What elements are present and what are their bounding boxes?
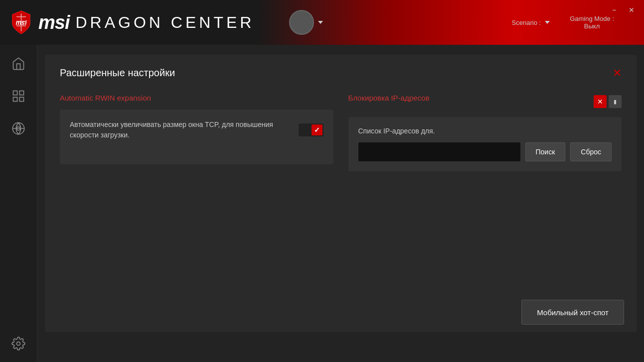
sidebar-item-home[interactable]: [10, 55, 27, 72]
scenario-label: Scenario :: [512, 19, 541, 26]
rwin-panel-title: Automatic RWIN expansion: [60, 94, 333, 102]
ip-list-row: Список IP-адресов для.: [358, 127, 612, 135]
sidebar-item-network[interactable]: [10, 120, 27, 137]
svg-rect-2: [19, 91, 23, 95]
ip-blocking-panel: Блокировка IP-адресов ✕ ▮ Список IP-адре…: [348, 94, 622, 171]
logo-area: msi msi DRAGON CENTER: [10, 10, 254, 35]
sidebar: [0, 45, 37, 362]
title-bar: msi msi DRAGON CENTER − ✕ Scenario : Gam…: [0, 0, 644, 45]
dialog-body: Automatic RWIN expansion Автоматически у…: [60, 94, 622, 171]
profile-area[interactable]: [289, 10, 323, 35]
gaming-mode-area: Gaming Mode : Выкл: [570, 15, 614, 30]
sidebar-item-grid[interactable]: [10, 87, 27, 105]
ip-reset-button[interactable]: Сброс: [570, 142, 612, 161]
msi-text: msi: [38, 12, 69, 33]
ip-search-button[interactable]: Поиск: [525, 142, 566, 161]
ip-disable-button[interactable]: ✕: [594, 95, 607, 108]
scenario-dropdown-arrow-icon[interactable]: [545, 21, 550, 24]
rwin-description: Автоматически увеличивать размер окна TC…: [70, 120, 299, 140]
rwin-row: Автоматически увеличивать размер окна TC…: [70, 120, 323, 140]
gaming-mode-value: Выкл: [584, 22, 600, 30]
bottom-area: Мобильный хот-спот: [521, 300, 624, 325]
msi-logo-icon: msi: [10, 10, 32, 35]
profile-dropdown-arrow-icon[interactable]: [318, 21, 323, 24]
dialog-header: Расширенные настройки ✕: [60, 67, 622, 79]
sidebar-item-settings[interactable]: [10, 335, 27, 352]
main-content: Расширенные настройки ✕ Automatic RWIN e…: [37, 45, 644, 362]
ip-panel-header: Блокировка IP-адресов ✕ ▮: [348, 94, 622, 110]
ip-toggle-controls: ✕ ▮: [594, 95, 622, 108]
ip-panel-title: Блокировка IP-адресов: [348, 94, 430, 102]
rwin-panel-box: Автоматически увеличивать размер окна TC…: [60, 110, 333, 164]
svg-rect-4: [19, 97, 23, 101]
hotspot-button[interactable]: Мобильный хот-спот: [521, 300, 624, 325]
close-window-button[interactable]: ✕: [627, 5, 637, 15]
ip-search-row: Поиск Сброс: [358, 142, 612, 161]
ip-panel-box: Список IP-адресов для. Поиск Сброс: [348, 117, 622, 171]
ip-list-label: Список IP-адресов для.: [358, 127, 435, 135]
scenario-area[interactable]: Scenario :: [512, 19, 550, 26]
svg-point-6: [17, 342, 20, 345]
app-name-text: DRAGON CENTER: [75, 13, 254, 32]
advanced-settings-dialog: Расширенные настройки ✕ Automatic RWIN e…: [45, 55, 637, 332]
ip-search-input[interactable]: [358, 142, 520, 161]
rwin-panel: Automatic RWIN expansion Автоматически у…: [60, 94, 333, 171]
toggle-checkmark-icon[interactable]: ✓: [312, 124, 322, 135]
dialog-title: Расширенные настройки: [60, 67, 175, 79]
minimize-button[interactable]: −: [609, 5, 619, 15]
header-right: Scenario : Gaming Mode : Выкл: [512, 15, 614, 30]
avatar[interactable]: [289, 10, 314, 35]
svg-text:msi: msi: [16, 19, 27, 26]
rwin-toggle[interactable]: ✓: [299, 123, 323, 136]
gaming-mode-label: Gaming Mode :: [570, 15, 614, 22]
svg-rect-1: [13, 91, 17, 95]
toggle-background[interactable]: ✓: [299, 123, 323, 136]
window-controls: − ✕: [609, 5, 637, 15]
dialog-close-button[interactable]: ✕: [613, 68, 622, 79]
ip-enable-button[interactable]: ▮: [609, 95, 622, 108]
svg-rect-3: [13, 97, 17, 101]
